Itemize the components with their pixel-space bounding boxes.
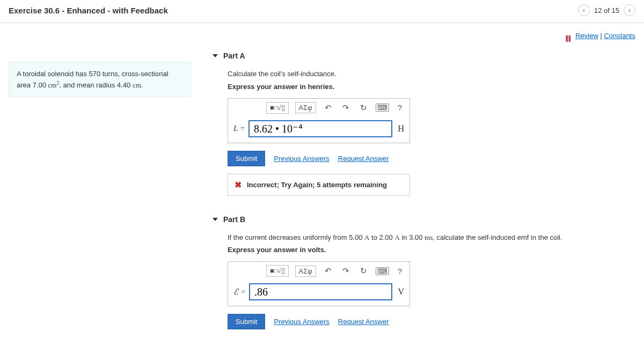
part-a-answer-box: ■□√▯ ΑΣφ ↶ ↷ ↻ ⌨ ? L = H xyxy=(228,98,410,143)
reset-button[interactable]: ↻ xyxy=(358,265,369,277)
part-a-lhs: L = xyxy=(233,124,245,133)
caret-down-icon xyxy=(213,218,218,221)
part-a-feedback: ✖ Incorrect; Try Again; 5 attempts remai… xyxy=(228,174,410,196)
help-button[interactable]: ? xyxy=(396,266,404,277)
prev-page-button[interactable]: ‹ xyxy=(578,4,590,16)
part-b-prompt: If the current decreases uniformly from … xyxy=(228,232,635,243)
keyboard-button[interactable]: ⌨ xyxy=(376,267,389,275)
page-title: Exercise 30.6 - Enhanced - with Feedback xyxy=(9,6,168,15)
part-b-submit-button[interactable]: Submit xyxy=(228,314,265,329)
part-b-toolbar: ■□√▯ ΑΣφ ↶ ↷ ↻ ⌨ ? xyxy=(228,262,409,280)
feedback-text: Incorrect; Try Again; 5 attempts remaini… xyxy=(247,181,387,189)
part-b-input-row: ℰ = V xyxy=(228,280,409,306)
part-b-label: Part B xyxy=(223,215,245,224)
help-button[interactable]: ? xyxy=(396,102,404,113)
part-a-header[interactable]: Part A xyxy=(213,48,635,63)
part-a-request-answer[interactable]: Request Answer xyxy=(338,155,389,163)
constants-link[interactable]: Constants xyxy=(604,32,635,40)
greek-button[interactable]: ΑΣφ xyxy=(295,266,316,277)
part-b-request-answer[interactable]: Request Answer xyxy=(338,318,389,326)
part-b-previous-answers[interactable]: Previous Answers xyxy=(274,318,329,326)
main-content: A toroidal solenoid has 570 turns, cross… xyxy=(0,23,644,353)
part-a-prompt: Calculate the coil's self-inductance. xyxy=(228,69,635,79)
problem-statement: A toroidal solenoid has 570 turns, cross… xyxy=(9,62,191,97)
part-b-lhs: ℰ = xyxy=(233,287,246,297)
redo-button[interactable]: ↷ xyxy=(340,265,352,277)
part-b-body: If the current decreases uniformly from … xyxy=(213,227,635,354)
part-b-answer-box: ■□√▯ ΑΣφ ↶ ↷ ↻ ⌨ ? ℰ = V xyxy=(228,261,410,306)
redo-button[interactable]: ↷ xyxy=(340,102,352,114)
part-a-instruction: Express your answer in henries. xyxy=(228,83,635,91)
part-b-instruction: Express your answer in volts. xyxy=(228,246,635,254)
part-a-body: Calculate the coil's self-inductance. Ex… xyxy=(213,63,635,212)
undo-button[interactable]: ↶ xyxy=(323,265,334,277)
keyboard-button[interactable]: ⌨ xyxy=(376,104,389,112)
part-b-unit: V xyxy=(396,287,404,297)
part-b-input[interactable] xyxy=(249,283,393,300)
right-column: Review | Constants Part A Calculate the … xyxy=(213,30,635,353)
part-a-previous-answers[interactable]: Previous Answers xyxy=(274,155,329,163)
review-link[interactable]: Review xyxy=(575,32,598,40)
undo-button[interactable]: ↶ xyxy=(323,102,334,114)
part-a-submit-button[interactable]: Submit xyxy=(228,151,265,166)
part-a-label: Part A xyxy=(223,52,245,60)
left-column: A toroidal solenoid has 570 turns, cross… xyxy=(9,30,191,353)
part-b-actions: Submit Previous Answers Request Answer xyxy=(228,314,635,329)
caret-down-icon xyxy=(213,54,218,57)
top-bar: Exercise 30.6 - Enhanced - with Feedback… xyxy=(0,0,644,23)
part-a-input[interactable] xyxy=(248,120,392,137)
template-button[interactable]: ■□√▯ xyxy=(266,265,288,277)
flag-icon xyxy=(565,34,572,39)
part-a-input-row: L = H xyxy=(228,117,409,143)
greek-button[interactable]: ΑΣφ xyxy=(295,102,316,113)
pager: ‹ 12 of 15 › xyxy=(578,4,635,16)
part-a-actions: Submit Previous Answers Request Answer xyxy=(228,151,635,166)
part-b-header[interactable]: Part B xyxy=(213,212,635,227)
part-a-unit: H xyxy=(396,124,404,134)
reset-button[interactable]: ↻ xyxy=(358,102,369,114)
template-button[interactable]: ■□√▯ xyxy=(266,102,288,114)
utility-links: Review | Constants xyxy=(213,30,635,48)
incorrect-icon: ✖ xyxy=(235,180,241,190)
pager-text: 12 of 15 xyxy=(594,6,619,14)
part-a-toolbar: ■□√▯ ΑΣφ ↶ ↷ ↻ ⌨ ? xyxy=(228,99,409,117)
next-page-button[interactable]: › xyxy=(624,4,635,16)
